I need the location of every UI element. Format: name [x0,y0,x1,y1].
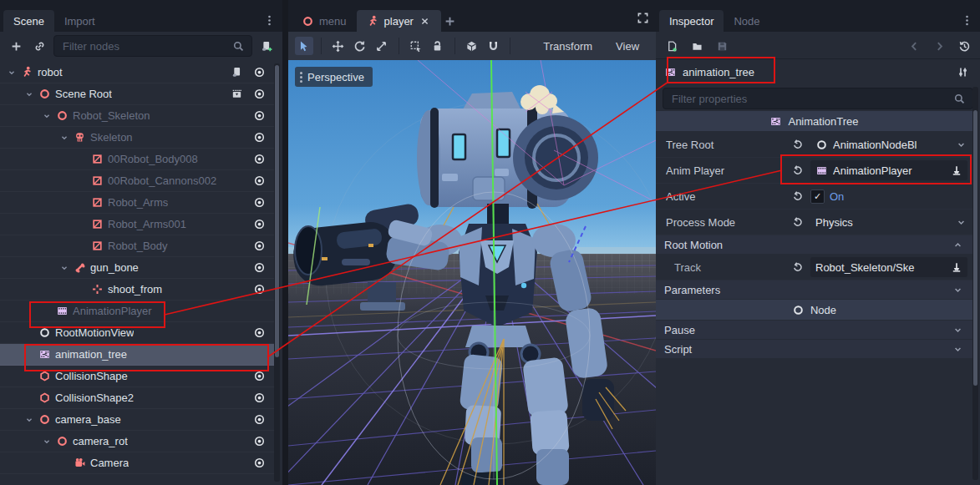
perspective-menu[interactable]: Perspective [295,67,373,87]
select-arrow-tool-button[interactable] [295,37,313,55]
tree-row-AnimationPlayer[interactable]: AnimationPlayer [0,301,277,322]
filter-nodes-input[interactable] [61,39,227,53]
tree-row-CollisionShape[interactable]: CollisionShape [0,366,277,387]
view-menu-button[interactable]: View [606,36,649,56]
list-select-tool-button[interactable] [407,37,425,55]
visibility-toggle-icon[interactable] [253,174,266,187]
new-scene-tab-button[interactable] [441,12,460,30]
save-resource-button[interactable] [713,37,731,55]
chevron-down-icon[interactable] [955,139,967,151]
new-resource-button[interactable] [663,37,681,55]
tree-row-shoot_from[interactable]: shoot_from [0,279,277,301]
scene-tree-scrollbar[interactable] [274,63,280,482]
expander-icon[interactable] [42,437,52,447]
visibility-toggle-icon[interactable] [253,326,266,339]
expander-icon[interactable] [24,89,34,99]
tree-row-Robot_Skeleton[interactable]: Robot_Skeleton [0,105,277,127]
tree-row-camera_base[interactable]: camera_base [0,409,277,431]
revert-button[interactable] [790,258,805,276]
revert-button[interactable] [790,135,805,154]
expander-icon[interactable] [59,133,69,143]
expander-icon[interactable] [24,415,34,425]
visibility-toggle-icon[interactable] [253,413,266,426]
tree-row-gun_bone[interactable]: gun_bone [0,257,277,279]
scene-dock-menu-icon[interactable] [263,14,276,27]
expander-icon[interactable] [7,68,17,78]
expander-icon[interactable] [42,111,52,121]
property-value[interactable]: Robot_Skeleton/Ske [810,257,967,277]
tree-row-00Robot_Cannons002[interactable]: 00Robot_Cannons002 [0,170,277,192]
scene-tab-scene[interactable]: Scene [3,10,54,32]
visibility-toggle-icon[interactable] [253,131,266,144]
attach-script-button[interactable] [257,37,276,55]
inspector-tab-node[interactable]: Node [724,10,769,32]
visibility-toggle-icon[interactable] [253,240,266,252]
visibility-toggle-icon[interactable] [253,392,266,404]
inspector-scrollbar[interactable] [972,87,978,480]
scale-tool-button[interactable] [373,37,391,55]
add-node-button[interactable] [7,37,25,55]
visibility-toggle-icon[interactable] [253,283,266,296]
move-tool-button[interactable] [329,37,348,55]
unlock-tool-button[interactable] [429,37,447,55]
visibility-toggle-icon[interactable] [253,218,266,230]
property-value[interactable]: AnimationPlayer [810,160,967,180]
scene-file-tab-player[interactable]: player [357,10,441,32]
visibility-toggle-icon[interactable] [253,457,266,469]
property-value[interactable]: Physics [810,212,950,232]
tree-row-RootMotionView[interactable]: RootMotionView [0,322,277,344]
active-checkbox[interactable]: ✓ [810,189,825,204]
inspector-menu-icon[interactable] [961,14,973,27]
checkbox-label[interactable]: On [830,190,844,203]
transform-menu-button[interactable]: Transform [533,36,602,56]
tree-row-robot[interactable]: robot [0,62,277,83]
close-tab-icon[interactable] [419,15,431,28]
section-script[interactable]: Script [656,340,972,358]
visibility-toggle-icon[interactable] [253,370,266,382]
tree-row-Robot_Arms[interactable]: Robot_Arms [0,192,277,214]
section-root-motion[interactable]: Root Motion [656,235,972,254]
expand-viewport-icon[interactable] [637,12,649,24]
visibility-toggle-icon[interactable] [253,261,266,274]
tree-row-Robot_Body[interactable]: Robot_Body [0,235,277,257]
expander-icon[interactable] [59,263,69,273]
assign-icon[interactable] [950,261,962,274]
tree-row-animation_tree[interactable]: animation_tree [0,344,277,366]
instance-scene-button[interactable] [30,37,48,55]
section-parameters[interactable]: Parameters [656,280,972,299]
visibility-toggle-icon[interactable] [253,196,266,209]
section-pause[interactable]: Pause [656,321,972,339]
tree-row-camera_rot[interactable]: camera_rot [0,431,277,452]
filter-properties-input[interactable] [670,92,948,106]
revert-button[interactable] [790,161,805,179]
property-value[interactable]: AnimationNodeBl [810,134,950,154]
load-resource-button[interactable] [688,37,706,55]
history-back-button[interactable] [905,37,923,55]
3d-viewport[interactable]: Perspective [288,60,656,485]
history-forward-button[interactable] [930,37,948,55]
tree-row-CollisionShape2[interactable]: CollisionShape2 [0,387,277,409]
inspector-tab-inspector[interactable]: Inspector [659,10,724,32]
script-icon[interactable] [231,66,243,78]
scene-file-tab-menu[interactable]: menu [292,10,357,32]
assign-icon[interactable] [950,164,962,177]
scene-tab-import[interactable]: Import [54,10,105,32]
visibility-toggle-icon[interactable] [253,109,266,122]
revert-button[interactable] [790,187,805,205]
tree-row-Skeleton[interactable]: Skeleton [0,127,277,149]
snap-tool-button[interactable] [484,37,502,55]
rotate-tool-button[interactable] [351,37,369,55]
group-cube-tool-button[interactable] [463,37,481,55]
tree-row-Camera[interactable]: Camera [0,452,277,474]
visibility-toggle-icon[interactable] [253,66,266,78]
tree-row-Robot_Arms001[interactable]: Robot_Arms001 [0,214,277,235]
chevron-down-icon[interactable] [955,216,967,229]
visibility-toggle-icon[interactable] [253,435,266,447]
visibility-toggle-icon[interactable] [253,88,266,100]
instanced-scene-icon[interactable] [231,88,243,100]
tree-row-Scene Root[interactable]: Scene Root [0,83,277,105]
tree-row-00Robot_Body008[interactable]: 00Robot_Body008 [0,149,277,170]
revert-button[interactable] [790,213,805,231]
object-tools-button[interactable] [953,63,972,81]
history-button[interactable] [955,37,973,55]
